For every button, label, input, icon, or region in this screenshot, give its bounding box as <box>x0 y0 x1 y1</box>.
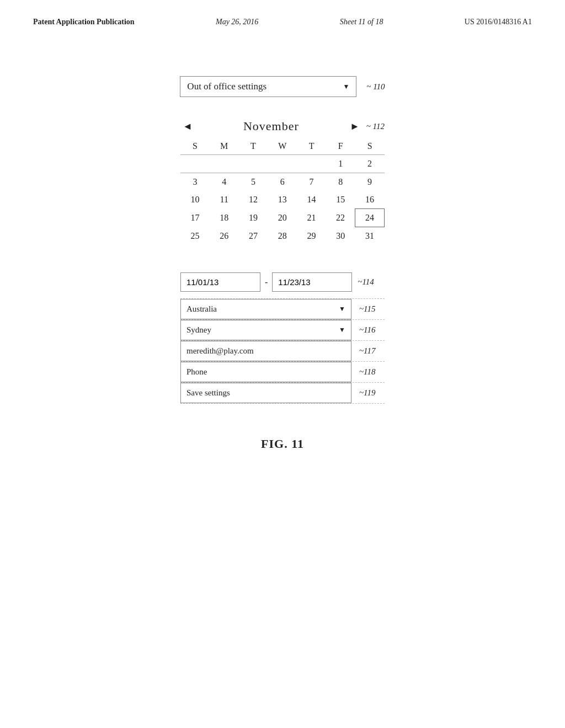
main-content: Out of office settings ▼ ~ 110 ◄ Novembe… <box>0 26 565 451</box>
figure-caption: FIG. 11 <box>261 437 304 451</box>
ref-110: ~ 110 <box>366 82 385 92</box>
sydney-row: Sydney ▼ ~116 <box>180 320 385 340</box>
day-19[interactable]: 19 <box>239 209 268 227</box>
day-5[interactable]: 5 <box>239 173 268 191</box>
day-3[interactable]: 3 <box>180 173 210 191</box>
day-empty <box>210 155 239 173</box>
day-empty <box>180 155 210 173</box>
prev-month-button[interactable]: ◄ <box>180 121 195 132</box>
australia-row: Australia ▼ ~115 <box>180 299 385 319</box>
day-empty <box>268 155 297 173</box>
patent-header: Patent Application Publication May 26, 2… <box>0 0 565 26</box>
day-16[interactable]: 16 <box>355 191 385 209</box>
ref-119: ~119 <box>359 388 376 398</box>
day-14[interactable]: 14 <box>297 191 326 209</box>
day-11[interactable]: 11 <box>210 191 239 209</box>
forms-section: - ~114 Australia ▼ ~115 Sydney ▼ <box>180 272 385 404</box>
country-dropdown[interactable]: Australia ▼ <box>180 299 351 319</box>
day-31[interactable]: 31 <box>355 227 385 245</box>
day-20[interactable]: 20 <box>268 209 297 227</box>
patent-page: Patent Application Publication May 26, 2… <box>0 0 565 728</box>
patent-number: US 2016/0148316 A1 <box>465 18 532 26</box>
email-field[interactable]: meredith@play.com <box>180 341 351 361</box>
settings-dropdown-label: Out of office settings <box>187 81 266 92</box>
day-17[interactable]: 17 <box>180 209 210 227</box>
country-dropdown-arrow-icon: ▼ <box>339 305 345 313</box>
day-1[interactable]: 1 <box>326 155 355 173</box>
day-8[interactable]: 8 <box>326 173 355 191</box>
save-row: Save settings ~119 <box>180 383 385 403</box>
patent-date: May 26, 2016 <box>216 18 258 26</box>
settings-row: Out of office settings ▼ ~ 110 <box>180 76 385 97</box>
bottom-divider <box>180 403 385 404</box>
city-dropdown[interactable]: Sydney ▼ <box>180 320 351 340</box>
ref-118: ~118 <box>359 367 376 377</box>
day-13[interactable]: 13 <box>268 191 297 209</box>
phone-row: Phone ~118 <box>180 362 385 382</box>
calendar-week-1: 1 2 <box>180 155 385 173</box>
dropdown-arrow-icon: ▼ <box>343 83 349 91</box>
day-29[interactable]: 29 <box>297 227 326 245</box>
calendar-week-5: 25 26 27 28 29 30 31 <box>180 227 385 245</box>
end-date-input[interactable] <box>272 272 352 292</box>
day-12[interactable]: 12 <box>239 191 268 209</box>
day-2[interactable]: 2 <box>355 155 385 173</box>
day-24[interactable]: 24 <box>355 209 385 227</box>
day-30[interactable]: 30 <box>326 227 355 245</box>
calendar-week-4: 17 18 19 20 21 22 24 <box>180 209 385 227</box>
day-6[interactable]: 6 <box>268 173 297 191</box>
calendar-section: ◄ November ► ~ 112 S M T W T F S <box>180 119 385 245</box>
country-label: Australia <box>186 304 217 314</box>
patent-header-left: Patent Application Publication <box>33 18 135 26</box>
city-dropdown-arrow-icon: ▼ <box>339 326 345 334</box>
day-empty <box>297 155 326 173</box>
calendar-week-2: 3 4 5 6 7 8 9 <box>180 173 385 191</box>
calendar-header-row: S M T W T F S <box>180 138 385 155</box>
email-row: meredith@play.com ~117 <box>180 341 385 361</box>
day-4[interactable]: 4 <box>210 173 239 191</box>
day-10[interactable]: 10 <box>180 191 210 209</box>
day-25[interactable]: 25 <box>180 227 210 245</box>
city-label: Sydney <box>186 325 211 335</box>
save-settings-button[interactable]: Save settings <box>180 383 351 403</box>
day-empty <box>239 155 268 173</box>
calendar-grid: S M T W T F S <box>180 138 385 245</box>
phone-field[interactable]: Phone <box>180 362 351 382</box>
patent-sheet: Sheet 11 of 18 <box>340 18 383 26</box>
day-7[interactable]: 7 <box>297 173 326 191</box>
date-range-row: - ~114 <box>180 272 385 292</box>
calendar-week-3: 10 11 12 13 14 15 16 <box>180 191 385 209</box>
day-header-sat: S <box>355 138 385 155</box>
ref-117: ~117 <box>359 346 376 356</box>
day-18[interactable]: 18 <box>210 209 239 227</box>
start-date-input[interactable] <box>180 272 260 292</box>
ref-115: ~115 <box>359 304 376 314</box>
day-header-sun: S <box>180 138 210 155</box>
day-9[interactable]: 9 <box>355 173 385 191</box>
next-month-button[interactable]: ► <box>348 121 362 132</box>
ref-112: ~ 112 <box>366 122 385 131</box>
day-21[interactable]: 21 <box>297 209 326 227</box>
calendar-nav: ◄ November ► ~ 112 <box>180 119 385 133</box>
day-header-fri: F <box>326 138 355 155</box>
day-28[interactable]: 28 <box>268 227 297 245</box>
ref-114: ~114 <box>358 277 374 287</box>
ref-116: ~116 <box>359 325 376 335</box>
day-27[interactable]: 27 <box>239 227 268 245</box>
calendar-month-label: November <box>243 119 299 133</box>
day-15[interactable]: 15 <box>326 191 355 209</box>
day-26[interactable]: 26 <box>210 227 239 245</box>
day-header-tue: T <box>239 138 268 155</box>
day-header-wed: W <box>268 138 297 155</box>
day-header-mon: M <box>210 138 239 155</box>
day-header-thu: T <box>297 138 326 155</box>
day-22[interactable]: 22 <box>326 209 355 227</box>
settings-dropdown[interactable]: Out of office settings ▼ <box>180 76 356 97</box>
date-separator: - <box>265 277 268 287</box>
